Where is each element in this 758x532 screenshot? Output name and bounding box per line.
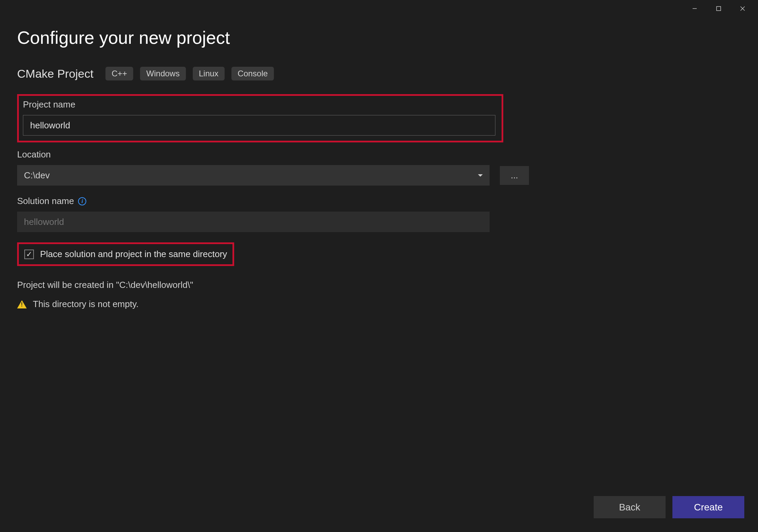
solution-name-input (17, 212, 490, 232)
browse-button[interactable]: ... (500, 166, 529, 185)
maximize-icon (716, 6, 721, 11)
solution-name-label-text: Solution name (17, 196, 74, 206)
solution-name-label: Solution name i (17, 196, 741, 206)
project-name-label: Project name (23, 99, 497, 110)
create-button[interactable]: Create (672, 496, 744, 518)
same-directory-label: Place solution and project in the same d… (40, 249, 227, 259)
back-button[interactable]: Back (594, 496, 666, 518)
same-directory-checkbox[interactable]: ✓ (24, 250, 34, 259)
chevron-down-icon (478, 174, 483, 177)
creation-path-text: Project will be created in "C:\dev\hello… (17, 280, 741, 290)
minimize-button[interactable] (683, 0, 707, 17)
warning-row: This directory is not empty. (17, 299, 741, 309)
location-value: C:\dev (24, 170, 50, 181)
location-label: Location (17, 149, 741, 160)
tag-console: Console (231, 67, 274, 80)
info-icon[interactable]: i (78, 197, 86, 205)
project-name-input[interactable] (23, 115, 495, 136)
project-type-row: CMake Project C++ Windows Linux Console (17, 67, 741, 80)
same-directory-highlight: ✓ Place solution and project in the same… (17, 242, 234, 266)
project-type-name: CMake Project (17, 67, 93, 80)
close-button[interactable] (731, 0, 755, 17)
svg-rect-1 (717, 7, 721, 11)
maximize-button[interactable] (707, 0, 731, 17)
warning-text: This directory is not empty. (33, 299, 139, 309)
tag-cpp: C++ (105, 67, 133, 80)
window-titlebar (0, 0, 758, 17)
tag-linux: Linux (193, 67, 225, 80)
warning-icon (17, 300, 27, 308)
close-icon (740, 6, 745, 11)
main-content: Configure your new project CMake Project… (0, 17, 758, 309)
project-name-highlight: Project name (17, 94, 503, 142)
page-title: Configure your new project (17, 27, 741, 48)
tag-windows: Windows (140, 67, 186, 80)
location-select[interactable]: C:\dev (17, 165, 490, 186)
minimize-icon (692, 6, 697, 11)
footer-buttons: Back Create (594, 496, 744, 518)
